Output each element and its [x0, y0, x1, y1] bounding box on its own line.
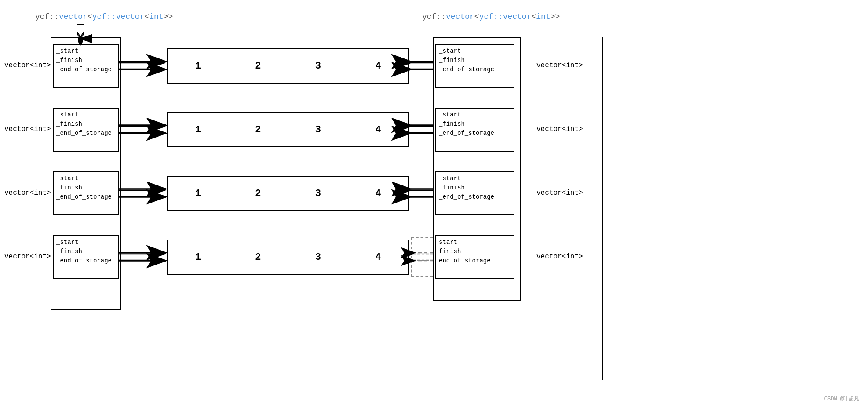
cell-3-3: 3 [288, 252, 348, 263]
array-box-0: 1 2 3 4 [167, 48, 409, 84]
vec-label-left-0: vector<int> [4, 62, 51, 69]
left-struct-3-end: _end_of_storage [56, 256, 115, 265]
cell-3-4: 4 [348, 252, 408, 263]
svg-marker-39 [77, 25, 84, 37]
array-box-2: 1 2 3 4 [167, 176, 409, 211]
left-struct-3-finish: _finish [56, 247, 115, 256]
right-struct-1-start: _start [439, 110, 511, 120]
right-struct-1-finish: _finish [439, 120, 511, 129]
left-struct-3: _start _finish _end_of_storage [53, 235, 119, 279]
left-struct-2-end: _end_of_storage [56, 193, 115, 202]
cell-1-3: 3 [288, 124, 348, 135]
array-box-3: 1 2 3 4 [167, 240, 409, 275]
right-struct-0-finish: _finish [439, 56, 511, 65]
cell-2-1: 1 [168, 188, 228, 199]
left-struct-0-end: _end_of_storage [56, 65, 115, 74]
cell-1-4: 4 [348, 124, 408, 135]
left-struct-0: _start _finish _end_of_storage [53, 44, 119, 88]
right-struct-3: start finish end_of_storage [435, 235, 514, 279]
left-struct-1: _start _finish _end_of_storage [53, 108, 119, 152]
top-label-left: ycf::vector<ycf::vector<int>> [35, 12, 173, 21]
right-struct-3-finish: finish [439, 247, 511, 256]
right-struct-0: _start _finish _end_of_storage [435, 44, 514, 88]
right-tall-box [602, 37, 603, 380]
left-struct-1-end: _end_of_storage [56, 129, 115, 138]
top-label-left-type: vector [59, 12, 88, 21]
right-struct-3-start: start [439, 238, 511, 247]
dashed-box-3 [411, 237, 438, 277]
right-struct-1: _start _finish _end_of_storage [435, 108, 514, 152]
diagram: ycf::vector<ycf::vector<int>> ycf::vecto… [0, 0, 868, 407]
vec-label-left-1: vector<int> [4, 125, 51, 133]
left-struct-0-finish: _finish [56, 56, 115, 65]
right-struct-2-finish: _finish [439, 183, 511, 193]
right-struct-0-end: _end_of_storage [439, 65, 511, 74]
cell-3-2: 2 [228, 252, 288, 263]
cell-0-3: 3 [288, 61, 348, 72]
left-struct-2: _start _finish _end_of_storage [53, 171, 119, 215]
vec-label-left-3: vector<int> [4, 253, 51, 261]
right-struct-2-end: _end_of_storage [439, 193, 511, 202]
cell-1-2: 2 [228, 124, 288, 135]
left-struct-0-start: _start [56, 47, 115, 56]
top-label-right: ycf::vector<ycf::vector<int>> [422, 12, 560, 21]
left-struct-1-start: _start [56, 110, 115, 120]
cell-0-4: 4 [348, 61, 408, 72]
right-struct-0-start: _start [439, 47, 511, 56]
cell-2-4: 4 [348, 188, 408, 199]
vec-label-right-0: vector<int> [536, 62, 583, 69]
top-label-left-angle: < [88, 12, 92, 21]
right-struct-2-start: _start [439, 174, 511, 183]
left-struct-2-start: _start [56, 174, 115, 183]
vec-label-right-3: vector<int> [536, 253, 583, 261]
svg-marker-4 [77, 25, 84, 39]
right-struct-2: _start _finish _end_of_storage [435, 171, 514, 215]
cell-2-2: 2 [228, 188, 288, 199]
cell-1-1: 1 [168, 124, 228, 135]
top-label-left-prefix: ycf:: [35, 12, 59, 21]
right-struct-3-end: end_of_storage [439, 256, 511, 265]
cell-0-2: 2 [228, 61, 288, 72]
left-struct-2-finish: _finish [56, 183, 115, 193]
vec-label-right-2: vector<int> [536, 189, 583, 197]
right-struct-1-end: _end_of_storage [439, 129, 511, 138]
watermark-text: CSDN @叶超凡 [824, 395, 859, 403]
vec-label-right-1: vector<int> [536, 125, 583, 133]
cell-2-3: 3 [288, 188, 348, 199]
array-box-1: 1 2 3 4 [167, 112, 409, 147]
left-struct-3-start: _start [56, 238, 115, 247]
cell-0-1: 1 [168, 61, 228, 72]
vec-label-left-2: vector<int> [4, 189, 51, 197]
left-struct-1-finish: _finish [56, 120, 115, 129]
cell-3-1: 1 [168, 252, 228, 263]
